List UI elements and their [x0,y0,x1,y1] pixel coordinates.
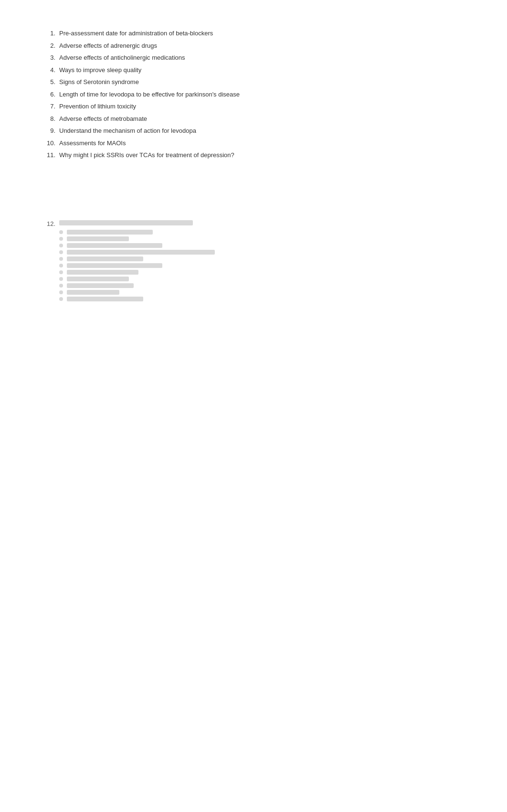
blurred-subitem-1 [59,230,391,235]
section-gap [38,163,391,220]
list-item-6: 6.Length of time for levodopa to be effe… [38,90,391,99]
list-item-9: 9.Understand the mechanism of action for… [38,126,391,136]
list-item-text-7: Prevention of lithium toxicity [59,102,391,111]
blurred-item-12: 12. [38,220,391,227]
blurred-bullet-9 [59,284,63,288]
blurred-subitem-3 [59,243,391,248]
blurred-item-number: 12. [38,220,55,227]
blurred-subitem-5 [59,256,391,261]
list-item-text-2: Adverse effects of adrenergic drugs [59,41,391,51]
blurred-sub-text-9 [67,283,134,288]
list-item-number-4: 4. [38,65,55,75]
page-container: 1.Pre-assessment date for administration… [0,0,430,332]
blurred-sub-text-2 [67,236,129,241]
blurred-section: 12. [38,220,391,301]
blurred-main-text [59,220,193,225]
blurred-bullet-2 [59,237,63,241]
list-item-text-3: Adverse effects of anticholinergic medic… [59,53,391,63]
list-item-3: 3.Adverse effects of anticholinergic med… [38,53,391,63]
list-item-number-1: 1. [38,29,55,38]
blurred-subitem-9 [59,283,391,288]
blurred-sub-text-4 [67,250,215,255]
list-item-number-8: 8. [38,114,55,124]
list-item-number-7: 7. [38,102,55,111]
blurred-bullet-1 [59,230,63,234]
list-item-8: 8.Adverse effects of metrobamate [38,114,391,124]
blurred-bullet-5 [59,257,63,261]
blurred-sub-text-5 [67,256,143,261]
blurred-sub-text-6 [67,263,162,268]
blurred-bullet-10 [59,290,63,294]
blurred-subitem-4 [59,250,391,255]
list-item-4: 4.Ways to improve sleep quality [38,65,391,75]
list-item-text-4: Ways to improve sleep quality [59,65,391,75]
blurred-sub-text-8 [67,277,129,281]
blurred-sub-text-1 [67,230,153,235]
blurred-bullet-8 [59,277,63,281]
list-item-text-11: Why might I pick SSRIs over TCAs for tre… [59,150,391,160]
blurred-subitem-10 [59,290,391,295]
blurred-bullet-4 [59,250,63,254]
blurred-sub-text-10 [67,290,119,295]
list-item-number-3: 3. [38,53,55,63]
blurred-sub-text-3 [67,243,162,248]
blurred-sub-text-7 [67,270,138,275]
blurred-bullet-7 [59,270,63,274]
list-item-5: 5.Signs of Serotonin syndrome [38,77,391,87]
list-item-number-6: 6. [38,90,55,99]
blurred-subitem-8 [59,277,391,281]
blurred-sublist [59,230,391,301]
list-item-11: 11.Why might I pick SSRIs over TCAs for … [38,150,391,160]
list-item-text-5: Signs of Serotonin syndrome [59,77,391,87]
list-item-text-9: Understand the mechanism of action for l… [59,126,391,136]
list-item-number-5: 5. [38,77,55,87]
list-item-number-10: 10. [38,139,55,148]
list-item-number-9: 9. [38,126,55,136]
list-item-text-10: Assessments for MAOIs [59,139,391,148]
blurred-bullet-6 [59,264,63,267]
blurred-subitem-2 [59,236,391,241]
list-item-text-6: Length of time for levodopa to be effect… [59,90,391,99]
list-item-number-2: 2. [38,41,55,51]
list-item-text-1: Pre-assessment date for administration o… [59,29,391,38]
list-item-1: 1.Pre-assessment date for administration… [38,29,391,38]
list-item-7: 7.Prevention of lithium toxicity [38,102,391,111]
blurred-bullet-3 [59,244,63,247]
blurred-sub-text-11 [67,297,143,301]
list-item-10: 10.Assessments for MAOIs [38,139,391,148]
blurred-subitem-7 [59,270,391,275]
blurred-bullet-11 [59,297,63,301]
list-item-text-8: Adverse effects of metrobamate [59,114,391,124]
blurred-subitem-11 [59,297,391,301]
main-list: 1.Pre-assessment date for administration… [38,29,391,160]
list-item-number-11: 11. [38,150,55,160]
blurred-subitem-6 [59,263,391,268]
list-item-2: 2.Adverse effects of adrenergic drugs [38,41,391,51]
